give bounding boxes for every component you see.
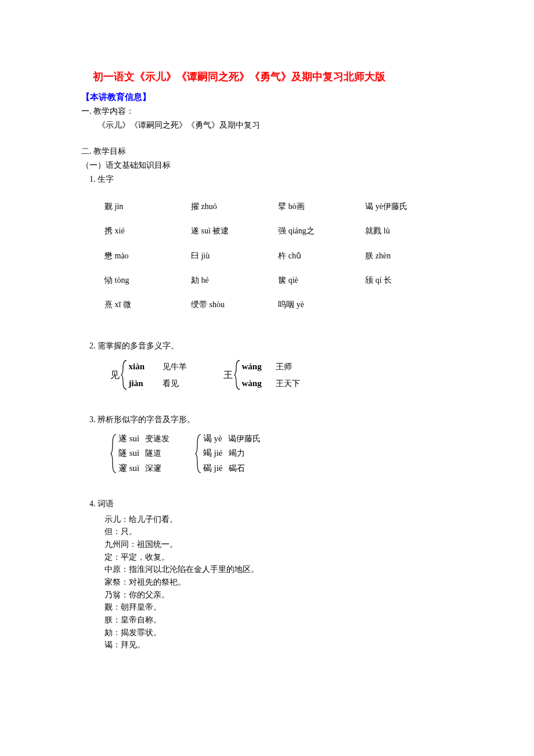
brace-block: 谒 yè谒伊藤氏 竭 jié竭力 碣 jié碣石: [195, 431, 261, 476]
meaning-text: 谒伊藤氏: [228, 432, 261, 446]
meaning-text: 深邃: [145, 462, 161, 476]
poly-item: 王 wáng王师 wàng王天下: [223, 358, 300, 391]
table-row: 懋 mào 臼 jiù 杵 chǔ 朕 zhèn: [104, 244, 453, 268]
char-cell: 呜咽 yè: [278, 293, 365, 317]
char-cell: 觐 jìn: [104, 195, 191, 219]
pinyin-text: xiàn: [129, 358, 163, 375]
table-row: 觐 jìn 擢 zhuó 擘 bò画 谒 yè伊藤氏: [104, 195, 453, 219]
char-cell: 遂 suì 被逮: [191, 219, 278, 243]
char-cell: 颀 qí 长: [365, 268, 453, 293]
shengzi-table: 觐 jìn 擢 zhuó 擘 bò画 谒 yè伊藤氏 携 xié 遂 suì 被…: [104, 195, 453, 318]
vocab-item: 乃翁：你的父亲。: [104, 589, 453, 602]
char-cell: 擢 zhuó: [191, 195, 278, 219]
char-cell: 杵 chǔ: [278, 244, 365, 268]
vocab-item: 朕：皇帝自称。: [104, 614, 453, 627]
vocab-item: 觐：朝拜皇帝。: [104, 601, 453, 614]
section-header: 【本讲教育信息】: [81, 90, 453, 104]
vocab-item: 但：只。: [104, 525, 453, 538]
meaning-text: 见牛羊: [163, 359, 187, 375]
vocab-item: 示儿：给儿子们看。: [104, 513, 453, 526]
char-cell: 谒 yè伊藤氏: [365, 195, 453, 219]
section-2-sub1: （一）语文基础知识目标: [81, 159, 453, 172]
vocab-item: 家祭：对祖先的祭祀。: [104, 576, 453, 589]
sub-2-heading: 2. 需掌握的多音多义字。: [81, 340, 453, 352]
char-text: 隧 suì: [118, 446, 139, 461]
char-text: 谒 yè: [203, 431, 222, 447]
char-text: 邃 suì: [118, 461, 139, 476]
brace-block: wáng王师 wàng王天下: [234, 358, 300, 391]
char-cell: 朕 zhèn: [365, 244, 453, 268]
polyphone-row: 见 xiàn见牛羊 jiàn看见 王 wáng王师 wàng王天下: [110, 358, 453, 391]
section-1-title: 一. 教学内容：: [81, 105, 453, 118]
table-row: 熹 xī 微 绶带 shòu 呜咽 yè: [104, 293, 453, 317]
vocab-item: 中原：指淮河以北沦陷在金人手里的地区。: [104, 563, 453, 576]
poly-char: 见: [110, 368, 120, 383]
char-cell: 箧 qiè: [278, 268, 365, 293]
char-cell: 懋 mào: [104, 244, 191, 268]
similar-group: 遂 suì变遂发 隧 suì隧道 邃 suì深邃: [110, 431, 169, 476]
char-cell: 擘 bò画: [278, 195, 365, 219]
meaning-text: 王天下: [276, 376, 300, 392]
document-page: { "title": "初一语文《示儿》《谭嗣同之死》《勇气》及期中复习北师大版…: [0, 0, 534, 686]
similar-char-row: 遂 suì变遂发 隧 suì隧道 邃 suì深邃 谒 yè谒伊藤氏 竭 jié竭…: [110, 431, 453, 476]
char-cell: 就戮 lù: [365, 219, 453, 243]
meaning-text: 看见: [163, 376, 179, 392]
brace-icon: [110, 431, 118, 476]
char-text: 竭 jié: [203, 446, 223, 461]
table-row: 恸 tòng 劾 hé 箧 qiè 颀 qí 长: [104, 268, 453, 293]
section-2-title: 二. 教学目标: [81, 145, 453, 158]
meaning-text: 变遂发: [145, 432, 169, 446]
vocab-item: 劾：揭发罪状。: [104, 627, 453, 639]
brace-icon: [121, 358, 129, 391]
char-cell: 携 xié: [104, 219, 191, 243]
char-cell: 劾 hé: [191, 268, 278, 293]
brace-block: xiàn见牛羊 jiàn看见: [121, 358, 187, 391]
poly-char: 王: [223, 368, 233, 383]
char-cell: 臼 jiù: [191, 244, 278, 268]
sub-4-heading: 4. 词语: [81, 498, 453, 510]
char-text: 碣 jié: [203, 461, 223, 476]
meaning-text: 隧道: [145, 447, 161, 460]
similar-group: 谒 yè谒伊藤氏 竭 jié竭力 碣 jié碣石: [195, 431, 261, 476]
pinyin-text: wáng: [242, 358, 276, 375]
meaning-text: 碣石: [229, 462, 245, 476]
char-cell: [365, 293, 453, 317]
char-cell: 熹 xī 微: [104, 293, 191, 317]
section-1-body: 《示儿》《谭嗣同之死》《勇气》及期中复习: [81, 119, 453, 132]
char-text: 遂 suì: [118, 431, 139, 447]
table-row: 携 xié 遂 suì 被逮 强 qiáng之 就戮 lù: [104, 219, 453, 243]
sub-3-heading: 3. 辨析形似字的字音及字形。: [81, 413, 453, 426]
vocab-list: 示儿：给儿子们看。 但：只。 九州同：祖国统一。 定：平定，收复。 中原：指淮河…: [104, 513, 453, 652]
meaning-text: 王师: [276, 359, 292, 375]
pinyin-text: jiàn: [129, 375, 163, 392]
vocab-item: 定：平定，收复。: [104, 551, 453, 564]
brace-block: 遂 suì变遂发 隧 suì隧道 邃 suì深邃: [110, 431, 169, 476]
char-cell: 恸 tòng: [104, 268, 191, 293]
poly-item: 见 xiàn见牛羊 jiàn看见: [110, 358, 187, 391]
pinyin-text: wàng: [242, 375, 276, 392]
vocab-item: 九州同：祖国统一。: [104, 538, 453, 551]
char-cell: 强 qiáng之: [278, 219, 365, 243]
brace-icon: [234, 358, 242, 391]
page-title: 初一语文《示儿》《谭嗣同之死》《勇气》及期中复习北师大版: [81, 69, 453, 85]
meaning-text: 竭力: [229, 447, 245, 460]
sub-1-heading: 1. 生字: [81, 173, 453, 186]
brace-icon: [195, 431, 203, 476]
char-cell: 绶带 shòu: [191, 293, 278, 317]
vocab-item: 谒：拜见。: [104, 639, 453, 651]
